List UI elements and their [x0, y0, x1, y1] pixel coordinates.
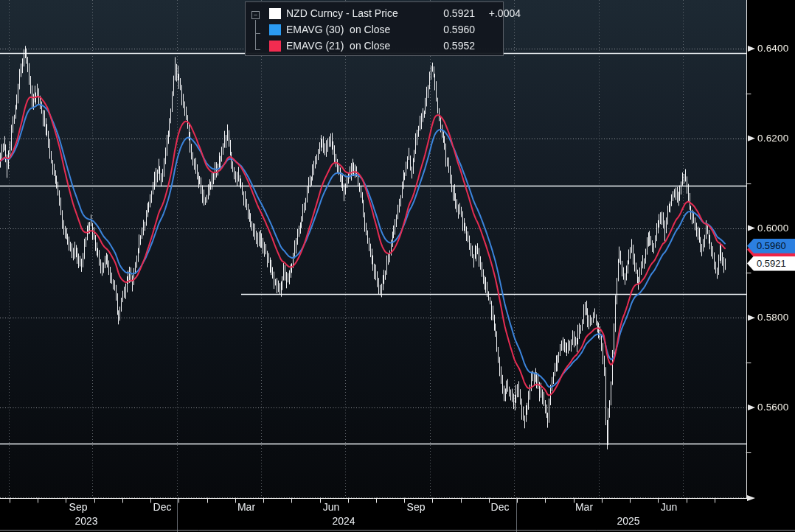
nzd-price-chart-canvas[interactable] — [0, 0, 795, 532]
